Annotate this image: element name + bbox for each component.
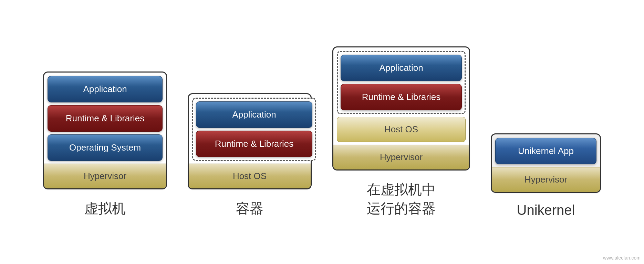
vm-application-layer: Application (48, 76, 163, 102)
container-dashed-box: Application Runtime & Libraries (192, 98, 316, 161)
vmc-hypervisor-base: Hypervisor (333, 145, 469, 169)
vm-runtime-layer: Runtime & Libraries (48, 105, 163, 132)
unikernel-hypervisor-base: Hypervisor (492, 167, 600, 192)
column-vm-container: Application Runtime & Libraries Host OS … (332, 46, 470, 218)
vm-box: Application Runtime & Libraries Operatin… (43, 72, 167, 189)
vmc-hostos-layer: Host OS (337, 117, 466, 142)
vm-hypervisor-base: Hypervisor (44, 164, 166, 188)
vm-os-layer: Operating System (48, 134, 163, 161)
column-container: Application Runtime & Libraries Host OS … (188, 93, 312, 218)
container-runtime-layer: Runtime & Libraries (196, 131, 312, 157)
column-vm: Application Runtime & Libraries Operatin… (43, 72, 167, 218)
container-application-layer: Application (196, 101, 312, 128)
vmc-runtime-layer: Runtime & Libraries (341, 84, 462, 110)
watermark: www.alecfan.com (603, 255, 641, 261)
diagram-container: Application Runtime & Libraries Operatin… (14, 46, 630, 218)
unikernel-outer-box: Unikernel App Hypervisor (491, 133, 601, 193)
container-hostos-base: Host OS (189, 164, 311, 188)
vmc-application-layer: Application (341, 55, 462, 81)
vm-container-dashed-box: Application Runtime & Libraries (337, 51, 466, 114)
vm-container-label: 在虚拟机中 运行的容器 (367, 180, 436, 218)
column-unikernel: Unikernel App Hypervisor Unikernel (491, 133, 601, 218)
vm-layers: Application Runtime & Libraries Operatin… (48, 76, 163, 164)
container-outer-box: Application Runtime & Libraries Host OS (188, 93, 312, 189)
unikernel-label: Unikernel (517, 202, 575, 218)
unikernel-layers: Unikernel App (495, 138, 596, 167)
vm-label: 虚拟机 (84, 199, 126, 218)
unikernel-app-layer: Unikernel App (495, 138, 596, 164)
container-label: 容器 (236, 199, 263, 218)
vm-container-outer-box: Application Runtime & Libraries Host OS … (332, 46, 470, 170)
